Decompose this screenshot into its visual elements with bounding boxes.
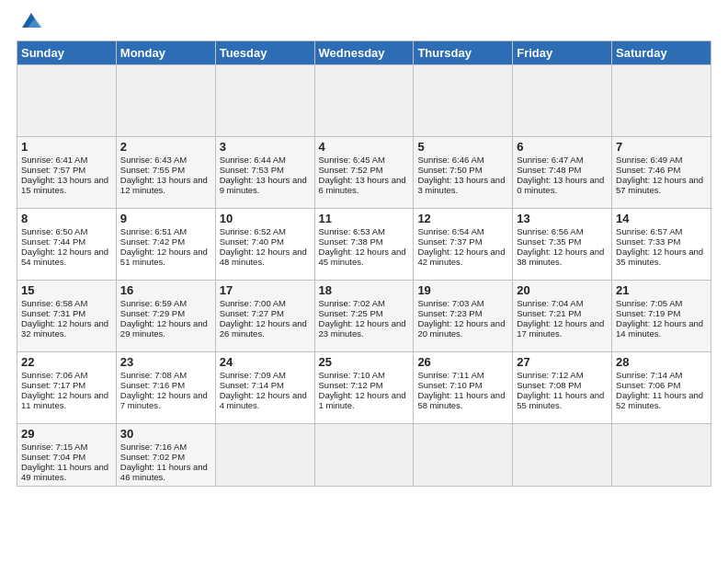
calendar-cell: 11Sunrise: 6:53 AMSunset: 7:38 PMDayligh… [314, 209, 414, 281]
daylight-text: Daylight: 11 hours and 55 minutes. [517, 390, 608, 410]
calendar-cell: 20Sunrise: 7:04 AMSunset: 7:21 PMDayligh… [513, 281, 612, 352]
day-number: 29 [21, 427, 112, 441]
day-number: 17 [220, 283, 311, 297]
sunrise-text: Sunrise: 7:06 AM [21, 370, 112, 380]
sunrise-text: Sunrise: 6:50 AM [21, 226, 112, 236]
calendar-cell: 13Sunrise: 6:56 AMSunset: 7:35 PMDayligh… [513, 209, 612, 281]
sunset-text: Sunset: 7:48 PM [517, 165, 608, 175]
calendar-cell [612, 424, 711, 487]
sunset-text: Sunset: 7:29 PM [120, 308, 211, 318]
calendar-cell: 21Sunrise: 7:05 AMSunset: 7:19 PMDayligh… [612, 281, 711, 352]
sunset-text: Sunset: 7:19 PM [616, 308, 707, 318]
sunrise-text: Sunrise: 7:10 AM [319, 370, 410, 380]
sunset-text: Sunset: 7:33 PM [616, 236, 707, 247]
sunset-text: Sunset: 7:10 PM [417, 380, 508, 390]
calendar-cell [414, 65, 513, 137]
daylight-text: Daylight: 13 hours and 6 minutes. [319, 175, 410, 195]
calendar-cell: 5Sunrise: 6:46 AMSunset: 7:50 PMDaylight… [414, 137, 513, 209]
sunrise-text: Sunrise: 6:53 AM [319, 226, 410, 236]
day-number: 7 [616, 140, 707, 154]
sunset-text: Sunset: 7:55 PM [120, 165, 211, 175]
sunrise-text: Sunrise: 6:58 AM [21, 298, 112, 308]
sunset-text: Sunset: 7:12 PM [319, 380, 410, 390]
sunrise-text: Sunrise: 7:15 AM [21, 442, 112, 452]
daylight-text: Daylight: 13 hours and 3 minutes. [417, 175, 508, 195]
day-number: 14 [616, 212, 707, 225]
day-number: 21 [616, 283, 707, 297]
day-number: 22 [21, 355, 112, 369]
sunset-text: Sunset: 7:21 PM [517, 308, 608, 318]
sunset-text: Sunset: 7:17 PM [21, 380, 112, 390]
sunrise-text: Sunrise: 7:05 AM [616, 298, 707, 308]
calendar-cell [17, 65, 117, 137]
sunrise-text: Sunrise: 6:52 AM [220, 226, 311, 236]
sunset-text: Sunset: 7:25 PM [319, 308, 410, 318]
calendar-cell: 9Sunrise: 6:51 AMSunset: 7:42 PMDaylight… [116, 209, 215, 281]
day-number: 20 [517, 283, 608, 297]
calendar-cell [215, 424, 314, 487]
calendar-cell: 26Sunrise: 7:11 AMSunset: 7:10 PMDayligh… [414, 352, 513, 424]
day-number: 1 [21, 140, 112, 154]
calendar-cell: 14Sunrise: 6:57 AMSunset: 7:33 PMDayligh… [612, 209, 711, 281]
sunrise-text: Sunrise: 6:46 AM [417, 155, 508, 165]
day-number: 25 [319, 355, 410, 369]
sunrise-text: Sunrise: 6:57 AM [616, 226, 707, 236]
daylight-text: Daylight: 12 hours and 20 minutes. [417, 318, 508, 339]
daylight-text: Daylight: 12 hours and 45 minutes. [319, 247, 410, 267]
daylight-text: Daylight: 12 hours and 51 minutes. [120, 247, 211, 267]
daylight-text: Daylight: 13 hours and 9 minutes. [220, 175, 311, 195]
daylight-text: Daylight: 12 hours and 17 minutes. [517, 318, 608, 339]
calendar-cell: 29Sunrise: 7:15 AMSunset: 7:04 PMDayligh… [17, 424, 117, 487]
daylight-text: Daylight: 11 hours and 49 minutes. [21, 462, 112, 482]
sunset-text: Sunset: 7:42 PM [120, 236, 211, 247]
sunset-text: Sunset: 7:27 PM [220, 308, 311, 318]
week-row-4: 22Sunrise: 7:06 AMSunset: 7:17 PMDayligh… [17, 352, 711, 424]
daylight-text: Daylight: 12 hours and 32 minutes. [21, 318, 112, 339]
daylight-text: Daylight: 12 hours and 57 minutes. [616, 175, 707, 195]
sunrise-text: Sunrise: 6:54 AM [417, 226, 508, 236]
daylight-text: Daylight: 12 hours and 7 minutes. [120, 390, 211, 410]
sunset-text: Sunset: 7:06 PM [616, 380, 707, 390]
calendar-cell [215, 65, 314, 137]
daylight-text: Daylight: 11 hours and 52 minutes. [616, 390, 707, 410]
day-number: 5 [417, 140, 508, 154]
logo [17, 17, 44, 31]
calendar-cell: 6Sunrise: 6:47 AMSunset: 7:48 PMDaylight… [513, 137, 612, 209]
sunrise-text: Sunrise: 7:00 AM [220, 298, 311, 308]
calendar-cell: 2Sunrise: 6:43 AMSunset: 7:55 PMDaylight… [116, 137, 215, 209]
daylight-text: Daylight: 12 hours and 42 minutes. [417, 247, 508, 267]
sunrise-text: Sunrise: 6:56 AM [517, 226, 608, 236]
sunrise-text: Sunrise: 7:02 AM [319, 298, 410, 308]
day-number: 19 [417, 283, 508, 297]
week-row-1: 1Sunrise: 6:41 AMSunset: 7:57 PMDaylight… [17, 137, 711, 209]
sunset-text: Sunset: 7:44 PM [21, 236, 112, 247]
sunset-text: Sunset: 7:35 PM [517, 236, 608, 247]
day-header-tuesday: Tuesday [215, 41, 314, 65]
calendar-cell: 15Sunrise: 6:58 AMSunset: 7:31 PMDayligh… [17, 281, 117, 352]
week-row-2: 8Sunrise: 6:50 AMSunset: 7:44 PMDaylight… [17, 209, 711, 281]
sunset-text: Sunset: 7:31 PM [21, 308, 112, 318]
calendar-cell [513, 424, 612, 487]
calendar-cell: 18Sunrise: 7:02 AMSunset: 7:25 PMDayligh… [314, 281, 414, 352]
sunrise-text: Sunrise: 7:11 AM [417, 370, 508, 380]
daylight-text: Daylight: 12 hours and 38 minutes. [517, 247, 608, 267]
day-header-saturday: Saturday [612, 41, 711, 65]
calendar-cell: 22Sunrise: 7:06 AMSunset: 7:17 PMDayligh… [17, 352, 117, 424]
daylight-text: Daylight: 12 hours and 54 minutes. [21, 247, 112, 267]
sunrise-text: Sunrise: 6:59 AM [120, 298, 211, 308]
daylight-text: Daylight: 12 hours and 35 minutes. [616, 247, 707, 267]
day-number: 27 [517, 355, 608, 369]
sunset-text: Sunset: 7:53 PM [220, 165, 311, 175]
calendar-cell: 7Sunrise: 6:49 AMSunset: 7:46 PMDaylight… [612, 137, 711, 209]
day-number: 26 [417, 355, 508, 369]
week-row-5: 29Sunrise: 7:15 AMSunset: 7:04 PMDayligh… [17, 424, 711, 487]
calendar-cell: 28Sunrise: 7:14 AMSunset: 7:06 PMDayligh… [612, 352, 711, 424]
logo-icon [18, 11, 44, 31]
day-header-thursday: Thursday [414, 41, 513, 65]
day-number: 23 [120, 355, 211, 369]
sunrise-text: Sunrise: 7:04 AM [517, 298, 608, 308]
header-row: SundayMondayTuesdayWednesdayThursdayFrid… [17, 41, 711, 65]
calendar-cell [513, 65, 612, 137]
week-row-0 [17, 65, 711, 137]
sunset-text: Sunset: 7:38 PM [319, 236, 410, 247]
